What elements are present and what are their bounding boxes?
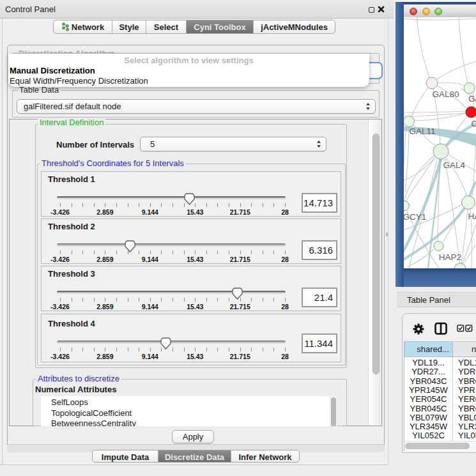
svg-text:GA: GA <box>468 94 476 104</box>
svg-text:GAL4: GAL4 <box>443 160 466 170</box>
svg-text:HA: HA <box>468 211 476 221</box>
svg-text:CD: CD <box>472 119 476 128</box>
svg-text:GAL80: GAL80 <box>433 89 459 99</box>
svg-text:GCY1: GCY1 <box>404 212 426 222</box>
svg-text:GAL11: GAL11 <box>410 127 436 136</box>
svg-text:HAP2: HAP2 <box>439 252 461 262</box>
